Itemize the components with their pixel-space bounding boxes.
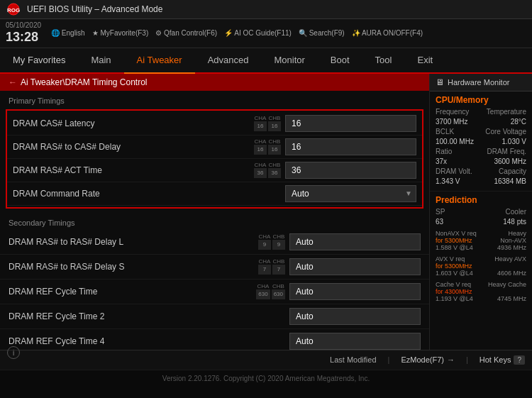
pred-label-1: AVX V req bbox=[436, 255, 465, 262]
frequency-label: Frequency bbox=[436, 108, 469, 116]
info-icon[interactable]: i bbox=[7, 346, 20, 359]
dram-ref-cycle-2-control[interactable] bbox=[289, 308, 421, 325]
dram-cas-control[interactable] bbox=[285, 115, 416, 132]
tab-ai-tweaker[interactable]: Ai Tweaker bbox=[124, 48, 195, 74]
dram-ras-ras-l-control[interactable] bbox=[289, 233, 421, 250]
capacity-value: 16384 MB bbox=[494, 177, 526, 185]
hot-keys-button[interactable]: Hot Keys ? bbox=[480, 355, 525, 365]
chip-chb-cas: 16 bbox=[268, 121, 281, 131]
dram-ref-cycle-2-input[interactable] bbox=[289, 308, 421, 325]
dram-ras-cas-delay-input[interactable] bbox=[285, 138, 416, 155]
dram-ras-ras-l-chips: CHA 9 CHB 9 bbox=[258, 233, 285, 250]
info-aura[interactable]: ✨ AURA ON/OFF(F4) bbox=[352, 29, 423, 37]
info-search[interactable]: 🔍 Search(F9) bbox=[299, 29, 345, 37]
chip-chb-ras-ras-l: 9 bbox=[272, 240, 285, 250]
frequency-row: Frequency Temperature bbox=[436, 108, 526, 116]
date-text: 05/10/2020 bbox=[6, 21, 41, 30]
tab-advanced[interactable]: Advanced bbox=[195, 48, 262, 72]
tab-main[interactable]: Main bbox=[78, 48, 123, 72]
cpu-memory-title: CPU/Memory bbox=[436, 95, 526, 105]
dram-cas-latency-row: DRAM CAS# Latency CHA 16 CHB 16 bbox=[7, 112, 422, 136]
dram-ras-act-row: DRAM RAS# ACT Time CHA 36 CHB 36 bbox=[7, 159, 422, 182]
dram-ras-ras-s-control[interactable] bbox=[289, 258, 421, 275]
chip-cha-cas: 16 bbox=[254, 121, 267, 131]
dram-command-rate-row: DRAM Command Rate Auto 1T 2T ▼ bbox=[7, 182, 422, 206]
dram-ras-act-control[interactable] bbox=[285, 162, 416, 179]
dram-ras-act-chips: CHA 36 CHB 36 bbox=[254, 162, 281, 178]
dram-ref-cycle-4-control[interactable] bbox=[289, 333, 421, 350]
dram-freq-value: 3600 MHz bbox=[494, 157, 526, 165]
dram-cas-input[interactable] bbox=[285, 115, 416, 132]
info-myfavorite[interactable]: ★ MyFavorite(F3) bbox=[92, 29, 149, 37]
pred-label-0: NonAVX V req bbox=[436, 230, 477, 237]
divider-2: | bbox=[466, 355, 468, 364]
sp-value: 63 bbox=[436, 218, 443, 226]
dram-ras-ras-s-input[interactable] bbox=[289, 258, 421, 275]
pred-heavy-freq-1: 4606 MHz bbox=[497, 270, 526, 277]
ez-mode-label: EzMode(F7) bbox=[401, 355, 444, 364]
breadcrumb-arrow[interactable]: ← bbox=[9, 77, 17, 87]
primary-timings-highlight-box: DRAM CAS# Latency CHA 16 CHB 16 bbox=[6, 109, 423, 209]
dram-ras-ras-s-label: DRAM RAS# to RAS# Delay S bbox=[9, 262, 258, 272]
tab-tool[interactable]: Tool bbox=[362, 48, 405, 72]
pred-heavy-2: Heavy Cache bbox=[488, 281, 526, 288]
prediction-item-1: AVX V req Heavy AVX for 5300MHz 1.603 V … bbox=[436, 255, 526, 277]
dram-ras-cas-chips: CHA 16 CHB 16 bbox=[254, 138, 281, 155]
tab-exit[interactable]: Exit bbox=[404, 48, 445, 72]
hw-monitor-title: Hardware Monitor bbox=[448, 78, 509, 87]
pred-heavy-freq-0: 4936 MHz bbox=[497, 244, 526, 251]
temperature-label: Temperature bbox=[487, 108, 526, 116]
dram-ras-act-input[interactable] bbox=[285, 162, 416, 179]
tab-monitor[interactable]: Monitor bbox=[262, 48, 318, 72]
rog-logo: ROG bbox=[7, 3, 21, 16]
pred-freq-2: for 4300MHz bbox=[436, 288, 472, 295]
bottom-bar: Last Modified | EzMode(F7) → | Hot Keys … bbox=[0, 350, 532, 370]
dram-ras-ras-l-input[interactable] bbox=[289, 233, 421, 250]
dram-ras-ras-l-row: DRAM RAS# to RAS# Delay L CHA 9 CHB 9 bbox=[0, 230, 429, 255]
pred-label-2: Cache V req bbox=[436, 281, 471, 288]
dram-command-rate-select-wrap[interactable]: Auto 1T 2T ▼ bbox=[285, 185, 416, 202]
pred-volt-0: 1.588 V @L4 bbox=[436, 244, 473, 251]
capacity-label: Capacity bbox=[499, 167, 526, 175]
chip-chb-ras-act: 36 bbox=[268, 168, 281, 178]
dram-ref-cycle-4-input[interactable] bbox=[289, 333, 421, 350]
cpu-memory-section: CPU/Memory Frequency Temperature 3700 MH… bbox=[430, 92, 532, 192]
chip-chb-ref-cycle: 630 bbox=[272, 289, 285, 299]
info-bar: 05/10/2020 13:28 🌐 English ★ MyFavorite(… bbox=[0, 19, 532, 48]
dram-command-rate-select[interactable]: Auto 1T 2T bbox=[285, 185, 416, 202]
dram-ref-cycle-label: DRAM REF Cycle Time bbox=[9, 287, 256, 297]
bclk-value-row: 100.00 MHz 1.030 V bbox=[436, 138, 526, 145]
divider-1: | bbox=[388, 355, 390, 364]
info-aioc[interactable]: ⚡ AI OC Guide(F11) bbox=[224, 29, 292, 37]
dram-command-rate-control[interactable]: Auto 1T 2T ▼ bbox=[285, 185, 416, 202]
dram-volt-row: DRAM Volt. Capacity bbox=[436, 167, 526, 175]
dram-ras-ras-s-row: DRAM RAS# to RAS# Delay S CHA 7 CHB 7 bbox=[0, 255, 429, 280]
svg-text:ROG: ROG bbox=[7, 7, 20, 13]
bclk-value: 100.00 MHz bbox=[436, 138, 474, 145]
dram-ref-cycle-control[interactable] bbox=[289, 283, 421, 300]
tab-boot[interactable]: Boot bbox=[318, 48, 362, 72]
pred-volt-2: 1.193 V @L4 bbox=[436, 295, 473, 302]
last-modified-label: Last Modified bbox=[330, 355, 376, 364]
dram-ras-cas-delay-label: DRAM RAS# to CAS# Delay bbox=[13, 142, 254, 152]
dram-ref-cycle-input[interactable] bbox=[289, 283, 421, 300]
dram-cas-chips: CHA 16 CHB 16 bbox=[254, 115, 281, 131]
chip-cha-ras-ras-s: 7 bbox=[258, 265, 271, 275]
pred-freq-1: for 5300MHz bbox=[436, 262, 472, 270]
ratio-value-row: 37x 3600 MHz bbox=[436, 157, 526, 165]
dram-ras-cas-delay-control[interactable] bbox=[285, 138, 416, 155]
chip-cha-ras-ras-l: 9 bbox=[258, 240, 271, 250]
prediction-item-0: NonAVX V req Heavy for 5300MHz Non-AVX 1… bbox=[436, 230, 526, 251]
tab-my-favorites[interactable]: My Favorites bbox=[0, 48, 78, 72]
prediction-title: Prediction bbox=[436, 195, 526, 205]
hot-keys-label: Hot Keys bbox=[480, 355, 511, 364]
info-qfan[interactable]: ⚙ Qfan Control(F6) bbox=[155, 29, 217, 37]
info-english[interactable]: 🌐 English bbox=[51, 29, 85, 37]
sp-row: SP Cooler bbox=[436, 208, 526, 216]
dram-volt-value-row: 1.343 V 16384 MB bbox=[436, 177, 526, 185]
ratio-label: Ratio bbox=[436, 148, 452, 155]
dram-freq-label: DRAM Freq. bbox=[487, 148, 526, 155]
chip-chb-ras-ras-s: 7 bbox=[272, 265, 285, 275]
ez-mode-button[interactable]: EzMode(F7) → bbox=[401, 355, 455, 364]
chip-cha-ras-cas: 16 bbox=[254, 145, 267, 155]
